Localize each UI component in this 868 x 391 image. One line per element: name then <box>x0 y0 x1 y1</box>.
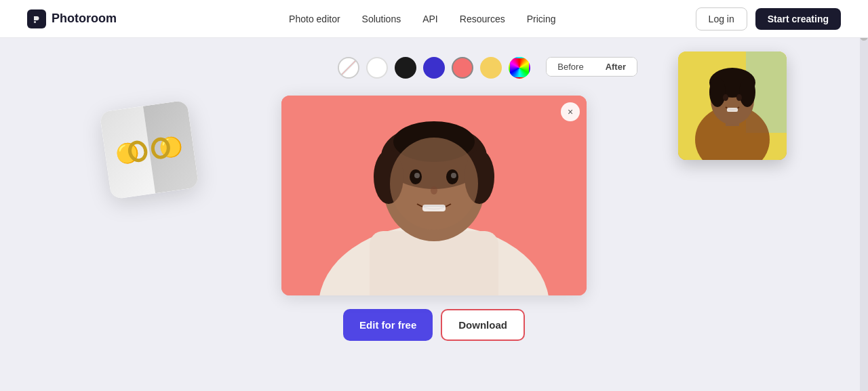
svg-rect-1 <box>34 21 36 23</box>
svg-rect-29 <box>424 205 444 207</box>
logo-icon <box>27 9 46 28</box>
color-swatches <box>338 57 530 79</box>
svg-point-25 <box>414 173 420 178</box>
action-buttons: Edit for free Download <box>343 309 525 341</box>
after-button[interactable]: After <box>595 58 637 76</box>
nav-photo-editor[interactable]: Photo editor <box>289 14 340 24</box>
svg-point-26 <box>451 173 456 178</box>
login-button[interactable]: Log in <box>696 7 747 30</box>
svg-point-8 <box>709 77 726 107</box>
floating-earrings-image: 🟡 🟡 <box>100 100 199 200</box>
swatch-yellow[interactable] <box>480 57 502 79</box>
start-creating-button[interactable]: Start creating <box>755 8 841 30</box>
before-button[interactable]: Before <box>547 58 594 76</box>
edit-for-free-button[interactable]: Edit for free <box>343 309 433 341</box>
swatch-purple[interactable] <box>423 57 445 79</box>
nav-links: Photo editor Solutions API Resources Pri… <box>149 14 696 24</box>
swatch-black[interactable] <box>395 57 416 79</box>
scrollbar[interactable] <box>860 0 868 391</box>
svg-point-10 <box>723 94 728 101</box>
svg-point-9 <box>739 77 755 107</box>
svg-point-11 <box>736 94 742 101</box>
nav-solutions[interactable]: Solutions <box>362 14 401 24</box>
svg-point-22 <box>390 138 478 230</box>
navbar: Photoroom Photo editor Solutions API Res… <box>0 0 868 38</box>
floating-person-image <box>678 52 787 160</box>
main-content: 🟡 🟡 Before After <box>0 38 868 391</box>
before-after-toggle: Before After <box>546 57 637 77</box>
nav-pricing[interactable]: Pricing <box>527 14 556 24</box>
swatch-pink[interactable] <box>452 57 473 79</box>
logo-text: Photoroom <box>52 12 117 26</box>
swatch-white[interactable] <box>366 57 388 79</box>
download-button[interactable]: Download <box>441 309 525 341</box>
canvas-svg <box>281 96 587 295</box>
nav-resources[interactable]: Resources <box>460 14 505 24</box>
editor-canvas: × <box>281 96 587 295</box>
swatch-rainbow[interactable] <box>509 57 530 79</box>
logo[interactable]: Photoroom <box>27 9 117 28</box>
nav-api[interactable]: API <box>422 14 438 24</box>
svg-point-27 <box>431 186 437 194</box>
svg-rect-12 <box>727 108 738 112</box>
person-silhouette <box>678 52 787 160</box>
close-button[interactable]: × <box>561 102 580 121</box>
swatch-transparent[interactable] <box>338 57 359 79</box>
nav-actions: Log in Start creating <box>696 7 841 30</box>
